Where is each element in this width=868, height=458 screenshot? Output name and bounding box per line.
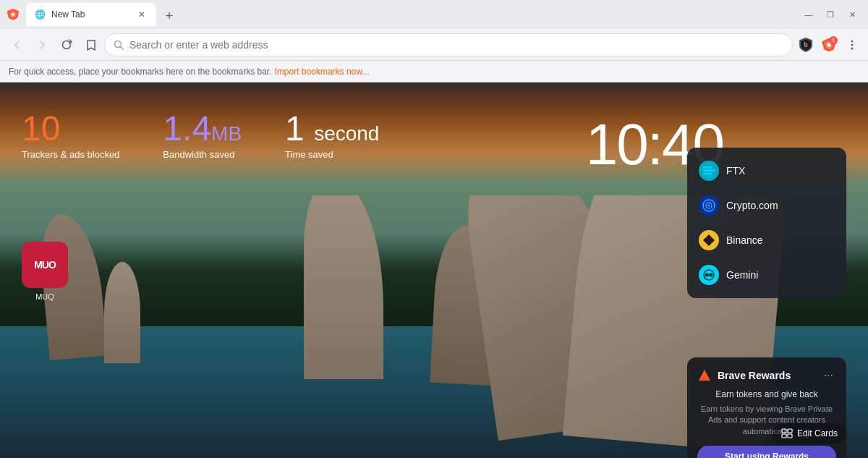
muq-icon: MUO <box>22 242 68 288</box>
forward-button[interactable] <box>30 33 54 56</box>
svg-rect-28 <box>782 429 786 433</box>
tab-close-button[interactable]: ✕ <box>136 9 148 20</box>
title-bar: 🌐 New Tab ✕ + — ❐ ✕ <box>0 0 868 29</box>
bandwidth-label: Bandwidth saved <box>163 149 242 160</box>
favorites-section: MUO MUQ <box>22 242 68 301</box>
browser-content-area: 10 Trackers & ads blocked 1.4MB Bandwidt… <box>0 82 868 458</box>
maximize-button[interactable]: ❐ <box>820 4 841 25</box>
minimize-button[interactable]: — <box>799 4 819 25</box>
toolbar: b 1 <box>0 29 868 61</box>
bookmark-bar-prompt: For quick access, place your bookmarks h… <box>9 67 272 77</box>
binance-icon <box>699 230 719 250</box>
svg-rect-13 <box>703 170 715 172</box>
browser-menu-button[interactable] <box>842 35 862 55</box>
bandwidth-value: 1.4MB <box>163 111 242 146</box>
trackers-stat: 10 Trackers & ads blocked <box>22 111 119 160</box>
time-unit: second <box>314 122 379 145</box>
rewards-triangle-icon <box>697 368 712 383</box>
svg-point-11 <box>851 47 854 49</box>
svg-rect-12 <box>703 166 712 169</box>
crypto-list: FTX Crypto.com <box>687 148 846 298</box>
new-tab-button[interactable]: + <box>159 6 179 26</box>
binance-logo-icon <box>702 233 716 247</box>
hamburger-menu-icon <box>846 38 859 51</box>
brave-shield-button[interactable]: b <box>796 35 816 55</box>
gemini-name: Gemini <box>726 269 758 281</box>
bandwidth-stat: 1.4MB Bandwidth saved <box>163 111 242 160</box>
shield-icon: b <box>798 37 814 53</box>
svg-rect-30 <box>782 434 786 438</box>
muq-label: MUQ <box>35 292 54 301</box>
cryptocom-logo-icon <box>702 198 716 213</box>
binance-name: Binance <box>726 234 763 246</box>
rewards-header: Brave Rewards ··· <box>697 368 836 383</box>
back-icon <box>12 39 23 51</box>
ftx-icon <box>699 161 719 181</box>
gemini-logo-icon <box>702 268 716 282</box>
back-button[interactable] <box>6 33 29 56</box>
rewards-title-row: Brave Rewards <box>697 368 791 383</box>
tab-title: New Tab <box>51 9 130 20</box>
bandwidth-num: 1.4 <box>163 109 211 148</box>
forward-icon <box>36 39 48 51</box>
trackers-label: Trackers & ads blocked <box>22 149 119 160</box>
crypto-item-binance[interactable]: Binance <box>687 223 846 258</box>
edit-cards-label: Edit Cards <box>797 428 838 438</box>
reload-icon <box>61 39 72 51</box>
edit-cards-icon <box>781 428 793 439</box>
svg-rect-29 <box>788 429 792 433</box>
notification-badge: 1 <box>829 36 838 45</box>
newtab-page: 10 Trackers & ads blocked 1.4MB Bandwidt… <box>0 82 868 458</box>
address-input[interactable] <box>129 39 783 51</box>
close-button[interactable]: ✕ <box>842 4 862 25</box>
window-controls-right: — ❐ ✕ <box>799 4 862 25</box>
time-stat: 1 second Time saved <box>285 111 379 160</box>
ftx-logo-icon <box>702 164 716 178</box>
import-bookmarks-link[interactable]: Import bookmarks now... <box>275 67 370 77</box>
crypto-item-cryptocom[interactable]: Crypto.com <box>687 188 846 223</box>
svg-rect-26 <box>707 274 711 276</box>
reload-button[interactable] <box>55 33 78 56</box>
time-num: 1 <box>285 109 305 148</box>
svg-line-4 <box>121 46 124 49</box>
search-icon <box>114 40 124 50</box>
svg-marker-27 <box>699 370 710 381</box>
bookmark-button[interactable] <box>81 35 101 55</box>
rewards-more-button[interactable]: ··· <box>821 368 836 383</box>
svg-text:b: b <box>804 41 807 48</box>
edit-cards-button[interactable]: Edit Cards <box>773 423 846 444</box>
rewards-subtitle: Earn tokens and give back <box>697 389 836 399</box>
svg-point-17 <box>708 205 710 207</box>
start-rewards-button[interactable]: Start using Rewards <box>697 446 836 458</box>
time-label: Time saved <box>285 149 379 160</box>
rewards-title-text: Brave Rewards <box>718 370 791 381</box>
time-value: 1 second <box>285 111 379 146</box>
crypto-panel: FTX Crypto.com <box>687 148 846 298</box>
svg-rect-14 <box>703 173 712 175</box>
svg-point-10 <box>851 43 854 46</box>
trackers-value: 10 <box>22 111 119 146</box>
brave-logo-icon <box>7 8 20 21</box>
bookmark-icon <box>85 39 97 51</box>
active-tab[interactable]: 🌐 New Tab ✕ <box>26 3 156 26</box>
crypto-item-gemini[interactable]: Gemini <box>687 258 846 292</box>
favorite-muq[interactable]: MUO MUQ <box>22 242 68 301</box>
ftx-name: FTX <box>726 165 745 177</box>
svg-rect-31 <box>788 434 792 438</box>
stats-overlay: 10 Trackers & ads blocked 1.4MB Bandwidt… <box>22 111 379 160</box>
window-controls-left <box>6 7 23 22</box>
svg-point-9 <box>851 40 854 42</box>
bandwidth-unit: MB <box>211 122 242 145</box>
cryptocom-icon <box>699 195 719 216</box>
toolbar-right-buttons: b 1 <box>796 35 862 55</box>
gemini-icon <box>699 265 719 285</box>
brave-rewards-button[interactable]: 1 <box>819 35 839 55</box>
address-bar-container[interactable] <box>104 33 793 56</box>
cryptocom-name: Crypto.com <box>726 200 778 211</box>
tab-bar: 🌐 New Tab ✕ + <box>26 3 796 26</box>
muq-text: MUO <box>34 259 56 271</box>
bookmark-bar: For quick access, place your bookmarks h… <box>0 61 868 82</box>
crypto-item-ftx[interactable]: FTX <box>687 153 846 188</box>
navigation-buttons <box>6 33 78 56</box>
